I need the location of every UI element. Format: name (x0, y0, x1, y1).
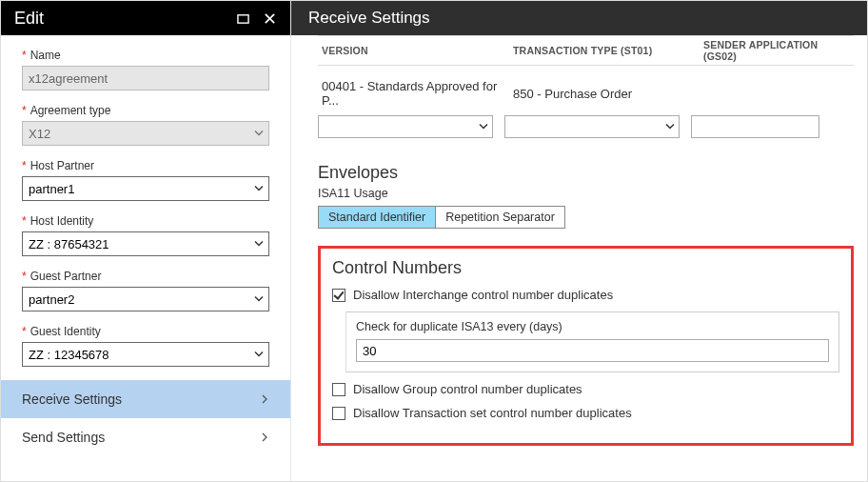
host-partner-select[interactable] (22, 176, 269, 201)
isa13-days-block: Check for duplicate ISA13 every (days) (345, 311, 839, 372)
edit-title: Edit (14, 9, 44, 29)
guest-identity-label: Guest Identity (22, 325, 269, 338)
schema-table-row: 00401 - Standards Approved for P... 850 … (318, 66, 854, 115)
host-identity-select[interactable] (22, 231, 269, 256)
edit-blade: Edit Name Agreement type H (1, 1, 291, 481)
nav-label: Receive Settings (22, 392, 122, 407)
isa11-standard-option[interactable]: Standard Identifier (319, 207, 435, 228)
col-transaction-type: TRANSACTION TYPE (ST01) (513, 45, 703, 56)
disallow-transaction-checkbox[interactable] (332, 407, 345, 420)
host-identity-label: Host Identity (22, 214, 269, 228)
add-sender-app-input[interactable] (691, 115, 819, 138)
host-partner-label: Host Partner (22, 159, 269, 172)
receive-settings-blade: Receive Settings VERSION TRANSACTION TYP… (291, 1, 867, 481)
isa13-days-input[interactable] (356, 339, 829, 362)
control-numbers-heading: Control Numbers (332, 258, 839, 278)
isa11-usage-toggle: Standard Identifier Repetition Separator (318, 206, 565, 229)
chevron-right-icon (260, 430, 269, 445)
chevron-right-icon (260, 392, 269, 407)
col-version: VERSION (318, 45, 513, 56)
schema-add-row (318, 115, 854, 155)
disallow-group-label: Disallow Group control number duplicates (353, 382, 582, 396)
schema-table-header: VERSION TRANSACTION TYPE (ST01) SENDER A… (318, 35, 854, 66)
close-icon[interactable] (256, 5, 283, 31)
envelopes-heading: Envelopes (318, 163, 854, 183)
disallow-group-checkbox[interactable] (332, 383, 345, 396)
cell-transaction-type: 850 - Purchase Order (513, 87, 703, 101)
add-transaction-type-select[interactable] (504, 115, 680, 138)
disallow-interchange-label: Disallow Interchange control number dupl… (353, 288, 613, 302)
isa11-repetition-option[interactable]: Repetition Separator (435, 207, 564, 228)
guest-identity-select[interactable] (22, 342, 269, 367)
nav-label: Send Settings (22, 430, 105, 445)
agreement-type-select (22, 121, 269, 146)
receive-settings-header: Receive Settings (291, 1, 867, 35)
svg-rect-0 (237, 14, 247, 22)
cell-version: 00401 - Standards Approved for P... (318, 79, 513, 108)
receive-settings-title: Receive Settings (308, 9, 430, 28)
receive-settings-nav[interactable]: Receive Settings (1, 380, 290, 418)
name-field (22, 66, 269, 90)
guest-partner-select[interactable] (22, 287, 269, 311)
add-version-select[interactable] (318, 115, 493, 138)
name-label: Name (22, 49, 269, 62)
maximize-icon[interactable] (229, 5, 256, 31)
isa11-usage-label: ISA11 Usage (318, 187, 854, 200)
edit-header: Edit (1, 1, 290, 35)
send-settings-nav[interactable]: Send Settings (1, 418, 290, 456)
guest-partner-label: Guest Partner (22, 270, 269, 283)
disallow-transaction-label: Disallow Transaction set control number … (353, 406, 632, 420)
isa13-days-label: Check for duplicate ISA13 every (days) (356, 320, 829, 333)
col-sender-app: SENDER APPLICATION (GS02) (703, 39, 854, 62)
disallow-interchange-checkbox[interactable] (332, 289, 345, 302)
control-numbers-section: Control Numbers Disallow Interchange con… (318, 246, 854, 446)
agreement-type-label: Agreement type (22, 104, 269, 117)
